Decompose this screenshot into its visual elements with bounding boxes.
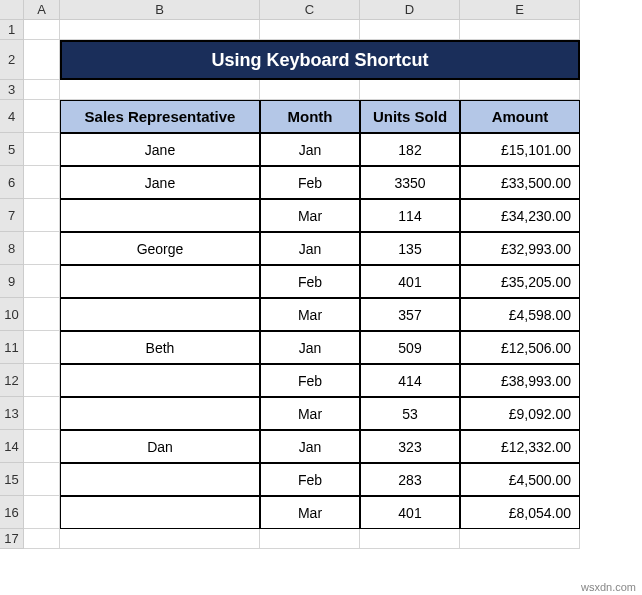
cell-units[interactable]: 114 [360, 199, 460, 232]
cell-A14[interactable] [24, 430, 60, 463]
row-header-7[interactable]: 7 [0, 199, 24, 232]
cell-A17[interactable] [24, 529, 60, 549]
cell-A4[interactable] [24, 100, 60, 133]
row-header-14[interactable]: 14 [0, 430, 24, 463]
cell-month[interactable]: Mar [260, 199, 360, 232]
cell-C17[interactable] [260, 529, 360, 549]
row-header-10[interactable]: 10 [0, 298, 24, 331]
cell-rep[interactable]: Dan [60, 430, 260, 463]
cell-units[interactable]: 53 [360, 397, 460, 430]
cell-month[interactable]: Mar [260, 397, 360, 430]
cell-amount[interactable]: £34,230.00 [460, 199, 580, 232]
cell-B17[interactable] [60, 529, 260, 549]
cell-rep[interactable]: Beth [60, 331, 260, 364]
cell-E1[interactable] [460, 20, 580, 40]
cell-E17[interactable] [460, 529, 580, 549]
cell-units[interactable]: 182 [360, 133, 460, 166]
row-header-9[interactable]: 9 [0, 265, 24, 298]
header-rep[interactable]: Sales Representative [60, 100, 260, 133]
cell-amount[interactable]: £9,092.00 [460, 397, 580, 430]
cell-units[interactable]: 401 [360, 265, 460, 298]
cell-D1[interactable] [360, 20, 460, 40]
title-cell[interactable]: Using Keyboard Shortcut [60, 40, 580, 80]
cell-A7[interactable] [24, 199, 60, 232]
row-header-16[interactable]: 16 [0, 496, 24, 529]
cell-month[interactable]: Feb [260, 265, 360, 298]
cell-rep[interactable] [60, 496, 260, 529]
row-header-5[interactable]: 5 [0, 133, 24, 166]
cell-B1[interactable] [60, 20, 260, 40]
cell-amount[interactable]: £32,993.00 [460, 232, 580, 265]
row-header-1[interactable]: 1 [0, 20, 24, 40]
cell-A11[interactable] [24, 331, 60, 364]
cell-A8[interactable] [24, 232, 60, 265]
cell-A10[interactable] [24, 298, 60, 331]
cell-A5[interactable] [24, 133, 60, 166]
cell-A9[interactable] [24, 265, 60, 298]
cell-D3[interactable] [360, 80, 460, 100]
cell-A6[interactable] [24, 166, 60, 199]
cell-D17[interactable] [360, 529, 460, 549]
cell-amount[interactable]: £33,500.00 [460, 166, 580, 199]
cell-units[interactable]: 509 [360, 331, 460, 364]
header-units[interactable]: Units Sold [360, 100, 460, 133]
row-header-11[interactable]: 11 [0, 331, 24, 364]
cell-amount[interactable]: £12,506.00 [460, 331, 580, 364]
cell-amount[interactable]: £35,205.00 [460, 265, 580, 298]
cell-A16[interactable] [24, 496, 60, 529]
cell-rep[interactable] [60, 364, 260, 397]
cell-month[interactable]: Mar [260, 496, 360, 529]
cell-units[interactable]: 357 [360, 298, 460, 331]
cell-rep[interactable] [60, 298, 260, 331]
cell-C3[interactable] [260, 80, 360, 100]
cell-rep[interactable]: Jane [60, 166, 260, 199]
cell-rep[interactable] [60, 265, 260, 298]
row-header-8[interactable]: 8 [0, 232, 24, 265]
row-header-4[interactable]: 4 [0, 100, 24, 133]
header-amount[interactable]: Amount [460, 100, 580, 133]
cell-E3[interactable] [460, 80, 580, 100]
cell-amount[interactable]: £4,598.00 [460, 298, 580, 331]
cell-month[interactable]: Jan [260, 133, 360, 166]
header-month[interactable]: Month [260, 100, 360, 133]
cell-C1[interactable] [260, 20, 360, 40]
row-header-13[interactable]: 13 [0, 397, 24, 430]
cell-units[interactable]: 283 [360, 463, 460, 496]
cell-month[interactable]: Feb [260, 364, 360, 397]
col-header-A[interactable]: A [24, 0, 60, 20]
col-header-C[interactable]: C [260, 0, 360, 20]
cell-month[interactable]: Jan [260, 232, 360, 265]
cell-A12[interactable] [24, 364, 60, 397]
cell-rep[interactable]: Jane [60, 133, 260, 166]
cell-rep[interactable]: George [60, 232, 260, 265]
col-header-E[interactable]: E [460, 0, 580, 20]
col-header-B[interactable]: B [60, 0, 260, 20]
row-header-15[interactable]: 15 [0, 463, 24, 496]
cell-units[interactable]: 323 [360, 430, 460, 463]
cell-month[interactable]: Feb [260, 463, 360, 496]
row-header-12[interactable]: 12 [0, 364, 24, 397]
cell-amount[interactable]: £38,993.00 [460, 364, 580, 397]
cell-A3[interactable] [24, 80, 60, 100]
cell-B3[interactable] [60, 80, 260, 100]
row-header-2[interactable]: 2 [0, 40, 24, 80]
cell-units[interactable]: 135 [360, 232, 460, 265]
cell-units[interactable]: 3350 [360, 166, 460, 199]
cell-amount[interactable]: £4,500.00 [460, 463, 580, 496]
cell-units[interactable]: 401 [360, 496, 460, 529]
cell-month[interactable]: Feb [260, 166, 360, 199]
cell-amount[interactable]: £12,332.00 [460, 430, 580, 463]
cell-month[interactable]: Mar [260, 298, 360, 331]
row-header-6[interactable]: 6 [0, 166, 24, 199]
cell-rep[interactable] [60, 199, 260, 232]
cell-month[interactable]: Jan [260, 331, 360, 364]
row-header-17[interactable]: 17 [0, 529, 24, 549]
cell-units[interactable]: 414 [360, 364, 460, 397]
cell-A13[interactable] [24, 397, 60, 430]
cell-amount[interactable]: £8,054.00 [460, 496, 580, 529]
select-all-corner[interactable] [0, 0, 24, 20]
col-header-D[interactable]: D [360, 0, 460, 20]
cell-amount[interactable]: £15,101.00 [460, 133, 580, 166]
row-header-3[interactable]: 3 [0, 80, 24, 100]
cell-A1[interactable] [24, 20, 60, 40]
